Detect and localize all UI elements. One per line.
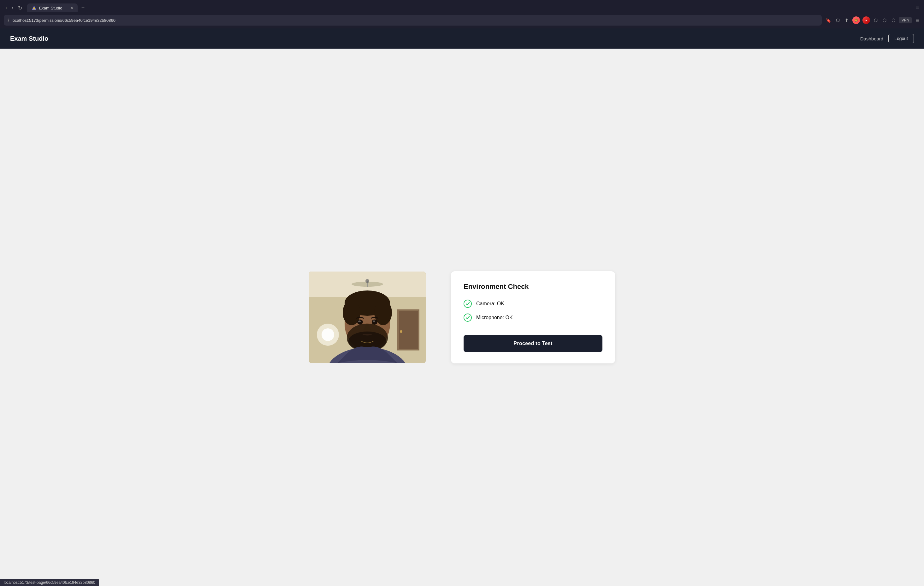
share-button[interactable]: ⬆ bbox=[843, 17, 850, 24]
camera-check-label: Camera: OK bbox=[476, 301, 504, 306]
new-tab-button[interactable]: + bbox=[79, 3, 87, 13]
forward-button[interactable]: › bbox=[10, 4, 15, 12]
svg-point-9 bbox=[322, 328, 334, 341]
cast-button[interactable]: ⬡ bbox=[835, 17, 841, 24]
tab-favicon bbox=[31, 5, 36, 10]
tab-title: Exam Studio bbox=[39, 6, 63, 10]
browser-actions: 🔖 ⬡ ⬆ 🦁 ▲ ⬡ ⬡ ⬡ VPN ≡ bbox=[824, 16, 920, 25]
reload-button[interactable]: ↻ bbox=[16, 4, 24, 12]
app-navbar: Exam Studio Dashboard Logout bbox=[0, 28, 924, 49]
logout-button[interactable]: Logout bbox=[888, 34, 914, 43]
status-bar: localhost:5173/test-page/66c59ea40fce194… bbox=[0, 579, 99, 586]
env-check-title: Environment Check bbox=[464, 283, 602, 291]
main-content: Environment Check Camera: OK Microphone:… bbox=[0, 49, 924, 586]
brave-shield-icon[interactable]: 🦁 bbox=[852, 17, 860, 24]
hamburger-menu-button[interactable]: ≡ bbox=[914, 16, 920, 25]
camera-feed bbox=[309, 271, 426, 363]
browser-nav-controls: ‹ › ↻ bbox=[4, 4, 24, 12]
svg-point-12 bbox=[400, 330, 403, 333]
address-bar[interactable]: ℹ localhost:5173/permissions/66c59ea40fc… bbox=[4, 15, 822, 26]
camera-preview bbox=[309, 271, 426, 363]
bookmark-button[interactable]: 🔖 bbox=[824, 17, 832, 24]
wallet-button[interactable]: ⬡ bbox=[890, 17, 896, 24]
back-button[interactable]: ‹ bbox=[4, 4, 9, 12]
environment-check-card: Environment Check Camera: OK Microphone:… bbox=[451, 271, 615, 363]
url-text: localhost:5173/permissions/66c59ea40fce1… bbox=[12, 18, 116, 23]
camera-check-item: Camera: OK bbox=[464, 300, 602, 308]
navbar-actions: Dashboard Logout bbox=[860, 34, 914, 43]
app-title: Exam Studio bbox=[10, 35, 48, 42]
microphone-check-icon bbox=[464, 313, 472, 322]
tab-close-button[interactable]: × bbox=[70, 5, 73, 10]
svg-rect-11 bbox=[399, 311, 418, 349]
browser-tab[interactable]: Exam Studio × bbox=[27, 3, 78, 12]
svg-point-22 bbox=[373, 321, 375, 322]
camera-check-icon bbox=[464, 300, 472, 308]
extensions-button[interactable]: ⬡ bbox=[873, 17, 879, 24]
microphone-check-item: Microphone: OK bbox=[464, 313, 602, 322]
microphone-check-label: Microphone: OK bbox=[476, 315, 513, 321]
dashboard-link[interactable]: Dashboard bbox=[860, 36, 883, 41]
menu-button[interactable]: ≡ bbox=[914, 3, 920, 13]
svg-point-21 bbox=[358, 321, 361, 322]
lock-icon: ℹ bbox=[8, 18, 9, 22]
svg-point-7 bbox=[365, 279, 369, 283]
vpn-button[interactable]: VPN bbox=[899, 17, 912, 23]
sidebar-button[interactable]: ⬡ bbox=[881, 17, 888, 24]
address-bar-row: ℹ localhost:5173/permissions/66c59ea40fc… bbox=[0, 13, 924, 28]
browser-chrome: ‹ › ↻ Exam Studio × + ≡ ℹ localhost:5173… bbox=[0, 0, 924, 28]
proceed-to-test-button[interactable]: Proceed to Test bbox=[464, 335, 602, 352]
brave-rewards-icon[interactable]: ▲ bbox=[863, 17, 870, 24]
tab-bar: ‹ › ↻ Exam Studio × + ≡ bbox=[0, 0, 924, 13]
status-url: localhost:5173/test-page/66c59ea40fce194… bbox=[4, 580, 95, 585]
